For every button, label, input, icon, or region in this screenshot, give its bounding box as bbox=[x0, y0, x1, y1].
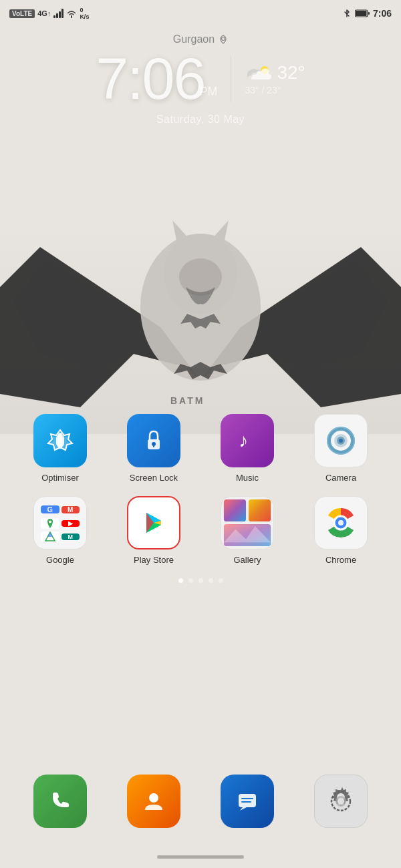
app-chrome[interactable]: Chrome bbox=[304, 496, 378, 565]
svg-point-37 bbox=[149, 793, 158, 803]
app-playstore[interactable]: Play Store bbox=[117, 496, 190, 565]
optimiser-icon bbox=[33, 414, 87, 467]
dock bbox=[0, 775, 401, 828]
screenlock-icon bbox=[127, 414, 180, 467]
contacts-svg bbox=[140, 787, 168, 815]
messages-svg bbox=[233, 787, 261, 815]
chrome-icon bbox=[314, 496, 368, 550]
app-screenlock[interactable]: Screen Lock bbox=[117, 414, 190, 483]
wifi-icon bbox=[66, 9, 77, 18]
phone-svg bbox=[46, 787, 74, 815]
page-indicators bbox=[13, 578, 388, 583]
status-left: VoLTE 4G↑ 0K/s bbox=[9, 7, 89, 20]
svg-point-44 bbox=[338, 798, 344, 805]
svg-rect-2 bbox=[368, 12, 370, 15]
carrier-label: VoLTE bbox=[9, 9, 35, 18]
svg-rect-38 bbox=[239, 794, 256, 807]
time-weather-row: 7:06 PM 32° 33° / 23° bbox=[96, 49, 305, 108]
signal-bars bbox=[53, 9, 63, 18]
temperature: 32° bbox=[277, 62, 305, 83]
weather-cloud-sun-icon bbox=[245, 62, 271, 83]
dock-settings[interactable] bbox=[304, 775, 378, 828]
location-name: Gurgaon bbox=[173, 33, 215, 45]
google-label: Google bbox=[46, 555, 74, 565]
weather-time-section: Gurgaon 7:06 PM 32° 33° / 23° Saturday, bbox=[0, 33, 401, 126]
optimiser-svg bbox=[45, 426, 75, 455]
home-indicator[interactable] bbox=[157, 855, 244, 859]
settings-svg bbox=[325, 786, 356, 817]
location-row: Gurgaon bbox=[173, 33, 228, 45]
svg-rect-1 bbox=[356, 11, 367, 16]
weather-info: 32° 33° / 23° bbox=[245, 62, 305, 95]
app-google[interactable]: G M ▶ bbox=[23, 496, 97, 565]
time-period: PM bbox=[199, 85, 217, 99]
app-gallery[interactable]: Gallery bbox=[211, 496, 284, 565]
page-dot-2 bbox=[188, 578, 193, 583]
playstore-svg bbox=[137, 506, 170, 539]
bluetooth-icon bbox=[342, 9, 352, 18]
playstore-label: Play Store bbox=[134, 555, 174, 565]
page-dot-4 bbox=[209, 578, 213, 583]
battery-icon bbox=[355, 9, 370, 17]
chrome-label: Chrome bbox=[325, 555, 356, 565]
contacts-icon bbox=[127, 775, 180, 828]
location-icon bbox=[219, 35, 228, 44]
music-label: Music bbox=[236, 473, 259, 483]
svg-marker-27 bbox=[47, 532, 53, 537]
camera-icon bbox=[314, 414, 368, 467]
settings-icon bbox=[314, 775, 368, 828]
status-bar: VoLTE 4G↑ 0K/s 7:06 bbox=[0, 0, 401, 27]
date-display: Saturday, 30 May bbox=[156, 114, 245, 126]
network-speed: 0K/s bbox=[80, 7, 89, 20]
camera-label: Camera bbox=[325, 473, 356, 483]
svg-text:BATM: BATM bbox=[170, 395, 205, 406]
svg-point-3 bbox=[222, 37, 225, 41]
gallery-svg bbox=[221, 496, 273, 550]
screenlock-svg bbox=[139, 426, 168, 455]
svg-text:♪: ♪ bbox=[239, 430, 248, 451]
gallery-icon bbox=[221, 496, 274, 550]
svg-point-36 bbox=[338, 520, 344, 525]
music-svg: ♪ bbox=[232, 425, 263, 456]
svg-point-25 bbox=[49, 521, 51, 523]
gallery-label: Gallery bbox=[233, 555, 261, 565]
music-icon: ♪ bbox=[221, 414, 274, 467]
svg-rect-30 bbox=[249, 499, 271, 521]
svg-point-22 bbox=[339, 439, 343, 443]
app-camera[interactable]: Camera bbox=[304, 414, 378, 483]
temp-main: 32° bbox=[245, 62, 305, 83]
status-time: 7:06 bbox=[373, 8, 392, 19]
batman-svg: BATM bbox=[0, 220, 401, 434]
dock-phone[interactable] bbox=[23, 775, 97, 828]
camera-svg bbox=[325, 425, 356, 456]
page-dot-1 bbox=[178, 578, 183, 583]
batman-wallpaper: BATM bbox=[0, 220, 401, 434]
svg-rect-13 bbox=[58, 433, 62, 449]
messages-icon bbox=[221, 775, 274, 828]
dock-contacts[interactable] bbox=[117, 775, 190, 828]
playstore-icon bbox=[127, 496, 180, 550]
app-row-2: G M ▶ bbox=[13, 496, 388, 565]
time-weather-divider bbox=[231, 55, 231, 102]
phone-icon bbox=[33, 775, 87, 828]
status-right: 7:06 bbox=[342, 8, 392, 19]
google-icon: G M ▶ bbox=[33, 496, 87, 550]
app-row-1: Optimiser Screen Lock ♪ Mus bbox=[13, 414, 388, 483]
page-dot-5 bbox=[219, 578, 223, 583]
optimiser-label: Optimiser bbox=[41, 473, 79, 483]
svg-point-10 bbox=[179, 258, 222, 296]
time-display: 7:06 PM bbox=[96, 49, 217, 108]
temp-range: 33° / 23° bbox=[245, 85, 281, 95]
app-music[interactable]: ♪ Music bbox=[211, 414, 284, 483]
svg-rect-29 bbox=[224, 499, 246, 521]
big-time: 7:06 bbox=[96, 49, 205, 108]
app-optimiser[interactable]: Optimiser bbox=[23, 414, 97, 483]
app-grid: Optimiser Screen Lock ♪ Mus bbox=[0, 414, 401, 596]
dock-messages[interactable] bbox=[211, 775, 284, 828]
chrome-svg bbox=[324, 506, 358, 539]
signal-4g: 4G↑ bbox=[37, 9, 51, 17]
screenlock-label: Screen Lock bbox=[130, 473, 178, 483]
page-dot-3 bbox=[198, 578, 203, 583]
